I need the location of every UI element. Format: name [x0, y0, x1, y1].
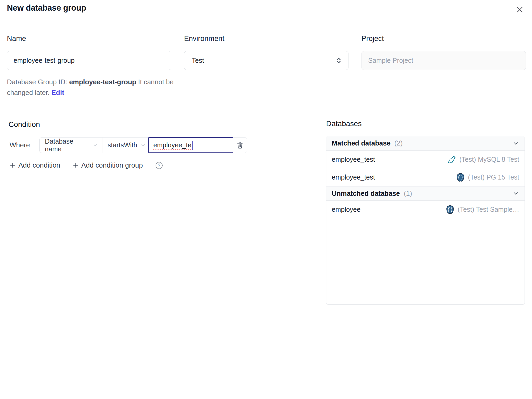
condition-operator-value: startsWith [108, 141, 137, 149]
chevron-down-icon [93, 143, 98, 148]
condition-heading: Condition [9, 120, 40, 129]
database-group-id-value: employee-test-group [69, 78, 136, 86]
environment-selected-value: Test [192, 57, 204, 64]
database-instance: (Test) Test Sample… [445, 205, 519, 214]
environment-label: Environment [184, 35, 225, 43]
project-label: Project [361, 35, 384, 43]
database-row: employee (Test) Test Sample… [326, 201, 525, 218]
matched-database-section-header[interactable]: Matched database (2) [326, 136, 525, 151]
unmatched-database-section-header[interactable]: Unmatched database (1) [326, 186, 525, 201]
database-instance-label: (Test) PG 15 Test [468, 173, 519, 181]
database-group-id-note: Database Group ID: employee-test-group I… [7, 77, 177, 98]
database-instance: (Test) PG 15 Test [456, 173, 519, 182]
condition-row: Where Database name startsWith employee_… [10, 137, 247, 153]
name-input[interactable] [7, 51, 171, 70]
postgresql-icon [445, 205, 455, 214]
database-name: employee_test [332, 156, 375, 163]
help-icon[interactable]: ? [156, 162, 163, 169]
mysql-icon [447, 155, 457, 164]
close-icon [516, 5, 524, 14]
plus-icon [10, 162, 16, 168]
matched-database-count: (2) [394, 139, 403, 147]
chevron-up-down-icon [335, 57, 342, 64]
add-condition-group-label: Add condition group [81, 161, 143, 169]
condition-operator-select[interactable]: startsWith [102, 138, 148, 153]
dialog-title: New database group [7, 3, 86, 13]
id-note-prefix: Database Group ID: [7, 78, 69, 86]
database-instance-label: (Test) MySQL 8 Test [459, 156, 519, 163]
unmatched-database-label: Unmatched database [332, 190, 400, 197]
text-cursor [192, 141, 193, 150]
section-divider [7, 109, 525, 109]
database-row: employee_test (Test) PG 15 Test [326, 168, 525, 186]
condition-field-select[interactable]: Database name [40, 138, 102, 153]
databases-heading: Databases [326, 119, 362, 128]
close-button[interactable] [514, 4, 525, 15]
chevron-down-icon [512, 190, 519, 197]
matched-database-label: Matched database [332, 139, 390, 147]
database-name: employee_test [332, 173, 375, 181]
database-instance: (Test) MySQL 8 Test [447, 155, 519, 164]
postgresql-icon [456, 173, 465, 182]
delete-condition-button[interactable] [233, 138, 247, 153]
add-condition-group-button[interactable]: Add condition group [73, 161, 143, 169]
name-label: Name [7, 35, 26, 43]
database-name: employee [332, 206, 360, 213]
condition-expression-group: Database name startsWith employee_te [39, 137, 247, 153]
condition-field-value: Database name [45, 138, 89, 153]
dialog-header: New database group [0, 0, 532, 22]
database-row: employee_test (Test) MySQL 8 Test [326, 151, 525, 168]
chevron-down-icon [512, 140, 519, 147]
condition-actions: Add condition Add condition group ? [10, 161, 163, 169]
unmatched-database-count: (1) [404, 190, 412, 197]
environment-select[interactable]: Test [184, 51, 348, 70]
trash-icon [236, 141, 244, 149]
project-input [361, 51, 526, 70]
edit-id-link[interactable]: Edit [51, 89, 64, 96]
where-label: Where [10, 141, 30, 149]
condition-value-input[interactable]: employee_te [148, 137, 233, 153]
add-condition-label: Add condition [18, 161, 60, 169]
add-condition-button[interactable]: Add condition [10, 161, 60, 169]
database-instance-label: (Test) Test Sample… [458, 206, 519, 213]
chevron-down-icon [140, 143, 146, 148]
databases-panel: Matched database (2) employee_test (Test… [326, 136, 525, 305]
condition-value-text: employee_te [153, 141, 192, 149]
plus-icon [73, 162, 79, 168]
